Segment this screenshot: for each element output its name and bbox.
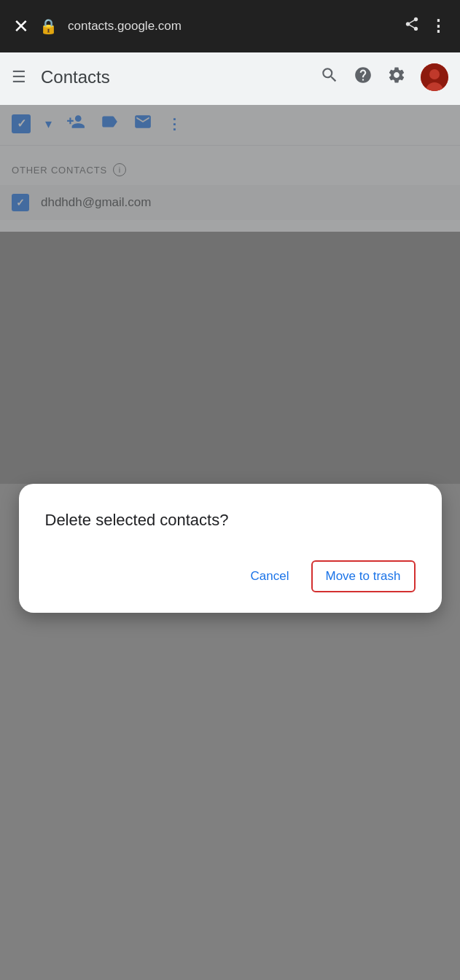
avatar[interactable]	[421, 63, 448, 91]
hamburger-menu-icon[interactable]: ☰	[12, 68, 26, 87]
browser-more-icon[interactable]: ⋮	[430, 17, 447, 36]
settings-icon[interactable]	[387, 66, 406, 89]
svg-point-1	[429, 69, 440, 79]
lock-icon: 🔒	[39, 17, 58, 35]
help-icon[interactable]	[354, 66, 373, 89]
dialog-actions: Cancel Move to trash	[45, 560, 416, 592]
move-to-trash-button[interactable]: Move to trash	[311, 560, 416, 592]
dialog-title: Delete selected contacts?	[45, 510, 416, 531]
share-icon[interactable]	[404, 16, 420, 36]
browser-close-button[interactable]: ✕	[13, 15, 29, 38]
url-bar[interactable]: contacts.google.com	[68, 19, 394, 34]
app-area: ☰ Contacts ▾	[0, 52, 460, 232]
top-nav: ☰ Contacts	[0, 52, 460, 102]
delete-dialog: Delete selected contacts? Cancel Move to…	[19, 484, 442, 613]
search-icon[interactable]	[320, 66, 339, 89]
dialog-overlay: Delete selected contacts? Cancel Move to…	[0, 105, 460, 484]
app-title: Contacts	[41, 67, 305, 87]
browser-bar: ✕ 🔒 contacts.google.com ⋮	[0, 0, 460, 52]
cancel-button[interactable]: Cancel	[238, 562, 303, 591]
